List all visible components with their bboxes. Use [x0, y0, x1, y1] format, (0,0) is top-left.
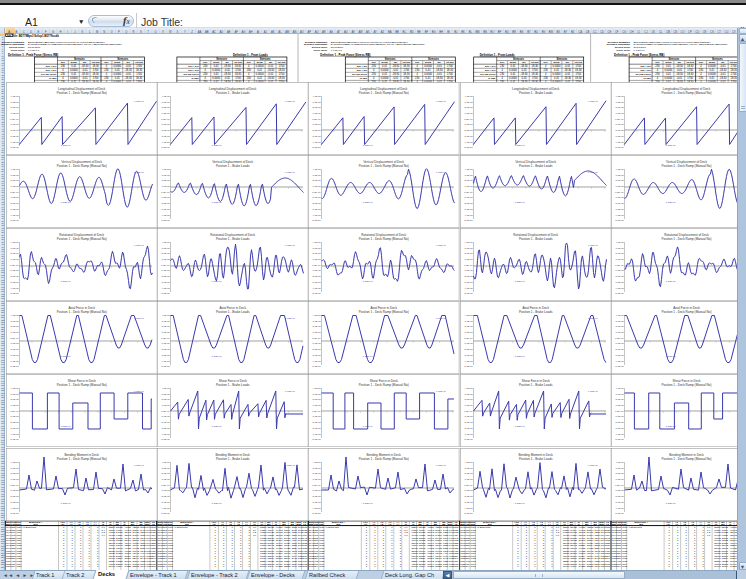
svg-text:-5.0E-02: -5.0E-02 — [9, 292, 18, 294]
svg-text:3.0E-02: 3.0E-02 — [161, 466, 170, 468]
svg-text:1.0E-02: 1.0E-02 — [313, 185, 322, 187]
svg-text:-5.0E-02: -5.0E-02 — [312, 219, 321, 221]
svg-text:-3.0E-02: -3.0E-02 — [615, 281, 624, 283]
svg-text:-5.0E-02: -5.0E-02 — [463, 219, 472, 221]
svg-text:Position 1 - Brake Loads: Position 1 - Brake Loads — [216, 164, 250, 168]
svg-text:-1.23E+00: -1.23E+00 — [211, 426, 222, 428]
svg-text:1.0E-02: 1.0E-02 — [464, 112, 473, 114]
svg-text:0.0E+00: 0.0E+00 — [161, 410, 170, 412]
svg-text:2.0E-02: 2.0E-02 — [616, 106, 625, 108]
svg-text:3.0E-02: 3.0E-02 — [616, 101, 625, 103]
svg-text:-3.0E-02: -3.0E-02 — [312, 281, 321, 283]
svg-text:-5.0E-02: -5.0E-02 — [161, 292, 170, 294]
svg-text:0.0E+00: 0.0E+00 — [161, 264, 170, 266]
svg-text:0.0E+00: 0.0E+00 — [615, 264, 624, 266]
svg-text:2.0E-02: 2.0E-02 — [161, 326, 170, 328]
svg-text:-1.0E-02: -1.0E-02 — [9, 343, 18, 345]
svg-text:-5.0E-02: -5.0E-02 — [9, 219, 18, 221]
svg-text:1.0E-02: 1.0E-02 — [10, 478, 19, 480]
svg-text:4.0E-02: 4.0E-02 — [313, 314, 322, 316]
svg-text:0.0E+00: 0.0E+00 — [9, 483, 18, 485]
svg-text:1.05E+00: 1.05E+00 — [436, 100, 447, 102]
svg-text:0.0E+00: 0.0E+00 — [312, 118, 321, 120]
svg-text:1.05E+00: 1.05E+00 — [285, 317, 296, 319]
svg-text:-2.0E-02: -2.0E-02 — [615, 422, 624, 424]
svg-text:3.0E-02: 3.0E-02 — [616, 247, 625, 249]
svg-text:-1.23E+00: -1.23E+00 — [362, 202, 373, 204]
svg-text:2.0E-02: 2.0E-02 — [464, 253, 473, 255]
svg-text:-5.0E-02: -5.0E-02 — [9, 366, 18, 368]
svg-text:1.0E-02: 1.0E-02 — [616, 478, 625, 480]
svg-text:2.0E-02: 2.0E-02 — [10, 472, 19, 474]
svg-text:-2.0E-02: -2.0E-02 — [615, 495, 624, 497]
svg-text:-2.0E-02: -2.0E-02 — [9, 202, 18, 204]
svg-text:4.0E-02: 4.0E-02 — [10, 460, 19, 462]
svg-text:-1.0E-02: -1.0E-02 — [615, 416, 624, 418]
svg-text:0.0E+00: 0.0E+00 — [464, 483, 473, 485]
svg-text:-1.0E-02: -1.0E-02 — [9, 123, 18, 125]
svg-text:Position 1 - Brake Loads: Position 1 - Brake Loads — [216, 383, 250, 387]
svg-text:-3.0E-02: -3.0E-02 — [615, 208, 624, 210]
svg-text:3.0E-02: 3.0E-02 — [464, 101, 473, 103]
svg-text:Position 1 - Deck Ramp (Manua: Position 1 - Deck Ramp (Manual No) — [359, 164, 409, 168]
svg-text:0.0E+00: 0.0E+00 — [161, 483, 170, 485]
svg-text:-1.0E-02: -1.0E-02 — [312, 270, 321, 272]
svg-text:4.0E-02: 4.0E-02 — [313, 241, 322, 243]
svg-text:4.0E-02: 4.0E-02 — [161, 460, 170, 462]
svg-text:4.0E-02: 4.0E-02 — [10, 314, 19, 316]
svg-text:Position 1 - Brake Loads: Position 1 - Brake Loads — [519, 164, 553, 168]
svg-text:1.0E-02: 1.0E-02 — [464, 185, 473, 187]
svg-text:1.05E+00: 1.05E+00 — [285, 463, 296, 465]
svg-text:1.0E-02: 1.0E-02 — [464, 404, 473, 406]
svg-text:3.0E-02: 3.0E-02 — [313, 466, 322, 468]
svg-text:1.0E-02: 1.0E-02 — [616, 404, 625, 406]
svg-text:-2.0E-02: -2.0E-02 — [161, 495, 170, 497]
svg-text:-3.0E-02: -3.0E-02 — [9, 135, 18, 137]
svg-text:3.0E-02: 3.0E-02 — [161, 174, 170, 176]
svg-text:3.0E-02: 3.0E-02 — [464, 247, 473, 249]
svg-text:-2.0E-02: -2.0E-02 — [161, 275, 170, 277]
svg-text:1.0E-02: 1.0E-02 — [161, 258, 170, 260]
svg-text:2.0E-02: 2.0E-02 — [464, 179, 473, 181]
svg-text:-1.0E-02: -1.0E-02 — [161, 489, 170, 491]
svg-text:Position 1 - Deck Ramp (Manua: Position 1 - Deck Ramp (Manual No) — [56, 91, 106, 95]
svg-text:1.05E+00: 1.05E+00 — [436, 244, 447, 246]
svg-text:1.0E-02: 1.0E-02 — [616, 112, 625, 114]
svg-text:1.0E-02: 1.0E-02 — [616, 258, 625, 260]
svg-text:-3.0E-02: -3.0E-02 — [161, 208, 170, 210]
svg-text:0.0E+00: 0.0E+00 — [9, 264, 18, 266]
svg-text:1.0E-02: 1.0E-02 — [464, 258, 473, 260]
svg-text:-1.0E-02: -1.0E-02 — [615, 123, 624, 125]
svg-text:1.0E-02: 1.0E-02 — [161, 404, 170, 406]
svg-text:-2.0E-02: -2.0E-02 — [463, 202, 472, 204]
svg-text:-3.0E-02: -3.0E-02 — [312, 354, 321, 356]
svg-text:-4.0E-02: -4.0E-02 — [9, 506, 18, 508]
svg-text:1.0E-02: 1.0E-02 — [313, 112, 322, 114]
svg-text:-3.0E-02: -3.0E-02 — [9, 500, 18, 502]
svg-text:Position 1 - Brake Loads: Position 1 - Brake Loads — [216, 91, 250, 95]
svg-text:-3.0E-02: -3.0E-02 — [312, 500, 321, 502]
svg-text:-5.0E-02: -5.0E-02 — [312, 292, 321, 294]
svg-text:-1.0E-02: -1.0E-02 — [463, 489, 472, 491]
svg-text:2.0E-02: 2.0E-02 — [464, 106, 473, 108]
svg-text:1.0E-02: 1.0E-02 — [313, 478, 322, 480]
svg-text:0.0E+00: 0.0E+00 — [312, 191, 321, 193]
svg-text:-1.23E+00: -1.23E+00 — [211, 144, 222, 146]
svg-text:-1.23E+00: -1.23E+00 — [362, 356, 373, 358]
svg-text:-1.23E+00: -1.23E+00 — [514, 281, 525, 283]
svg-text:1.0E-02: 1.0E-02 — [10, 404, 19, 406]
svg-text:Job Title: BD779Bps3 9c0cp1.BD: Job Title: BD779Bps3 9c0cp1.BD779csdb — [6, 34, 59, 38]
svg-text:4.0E-02: 4.0E-02 — [464, 460, 473, 462]
svg-text:-1.0E-02: -1.0E-02 — [615, 197, 624, 199]
svg-text:-4.0E-02: -4.0E-02 — [312, 287, 321, 289]
svg-text:-4.0E-02: -4.0E-02 — [9, 287, 18, 289]
svg-text:-3.0E-02: -3.0E-02 — [463, 281, 472, 283]
svg-text:Definition 1 - Peak Force (Str: Definition 1 - Peak Force (Stress RB) — [614, 53, 664, 57]
svg-text:2.0E-02: 2.0E-02 — [313, 399, 322, 401]
svg-text:-2.0E-02: -2.0E-02 — [463, 348, 472, 350]
svg-text:-3.0E-02: -3.0E-02 — [312, 208, 321, 210]
svg-text:1.05E+00: 1.05E+00 — [133, 100, 144, 102]
svg-text:Position 1 - Brake Loads: Position 1 - Brake Loads — [216, 310, 250, 314]
svg-text:-4.0E-02: -4.0E-02 — [161, 287, 170, 289]
svg-text:Position 1 - Brake Loads: Position 1 - Brake Loads — [519, 237, 553, 241]
